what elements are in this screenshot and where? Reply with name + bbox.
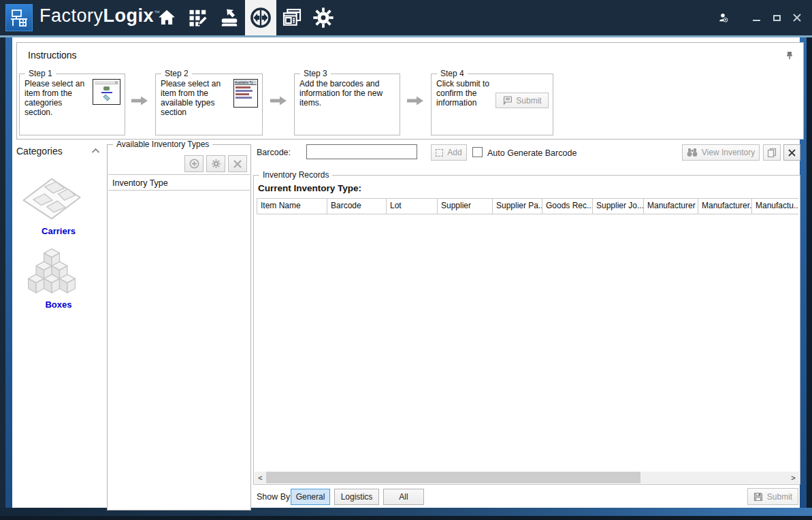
pin-icon[interactable] [785,51,794,60]
delete-type-button[interactable] [228,155,247,172]
step4-text: Click submit to confirm the information [436,79,492,108]
auto-generate-checkbox[interactable] [472,147,483,157]
binoculars-icon [687,148,698,157]
x-mark-icon [787,148,796,157]
scroll-right-arrow[interactable]: > [787,472,799,483]
step4-submit-label: Submit [516,96,541,105]
window-frame-left [0,37,5,508]
logistics-label: Logistics [341,492,373,502]
maximize-icon [773,15,781,21]
app-title-regular: Factory [39,5,103,26]
titlebar-accent-line [0,35,812,37]
available-types-panel: Available Inventory Types [107,144,251,510]
show-by-logistics-button[interactable]: Logistics [334,489,379,505]
categories-collapse-chevron-up-icon[interactable] [91,148,100,154]
main-navigation [151,0,339,35]
inventory-records-panel: Inventory Records Current Inventory Type… [253,175,800,485]
edit-type-button[interactable] [206,155,225,172]
all-label: All [399,492,408,502]
categories-title: Categories [16,146,63,157]
boxes-icon [18,245,86,298]
barcode-label: Barcode: [257,148,291,157]
inventory-type-column-header[interactable]: Inventory Type [108,176,250,191]
copy-button[interactable] [763,144,781,161]
column-header-goods-received[interactable]: Goods Rec... [542,199,593,214]
show-by-label: Show By: [257,492,293,502]
window-frame-bottom [0,516,812,520]
step4-box: Step 4 Click submit to confirm the infor… [431,74,553,135]
reports-icon[interactable] [276,0,308,35]
carriers-label: Carriers [18,226,99,236]
window-frame-left-accent [5,37,12,508]
submit-label: Submit [767,492,792,502]
column-header-supplier[interactable]: Supplier [438,199,493,214]
thumb-box-mini-icon [103,94,110,101]
thumb-category-header [95,81,118,84]
step3-text: Add the barcodes and information for the… [299,79,395,108]
thumb-table-header: Available Ty [235,80,257,85]
view-inventory-label: View Inventory [702,148,756,157]
column-header-manufacturer[interactable]: Manufacturer [644,199,698,214]
auto-generate-label: Auto Generate Barcode [487,148,576,158]
maximize-button[interactable] [771,12,782,23]
records-table-header: Item Name Barcode Lot Supplier Supplier … [257,198,798,214]
delete-x-icon [233,159,242,169]
home-icon[interactable] [151,0,182,35]
production-grid-icon[interactable] [182,0,214,35]
step-arrow-2 [270,95,287,106]
minimize-icon [753,20,760,21]
floppy-disk-icon [753,492,763,502]
step1-label: Step 1 [25,69,56,78]
add-type-button[interactable] [184,155,204,172]
user-logout-icon[interactable] [718,12,729,23]
inventory-records-title: Inventory Records [259,170,332,180]
show-by-all-button[interactable]: All [383,489,424,505]
thumb-carrier-mini-icon [103,86,110,91]
factorylogix-window: FactoryLogix™ [0,0,812,520]
receiving-bin-icon[interactable] [214,0,245,35]
column-header-supplier-job[interactable]: Supplier Jo... [593,199,644,214]
column-header-barcode[interactable]: Barcode [327,199,387,214]
instructions-panel: Instructions [16,42,804,140]
general-label: General [296,492,325,502]
minimize-button[interactable] [751,12,762,23]
window-frame-right [807,37,812,508]
view-inventory-button[interactable]: View Inventory [682,144,760,161]
column-header-supplier-part[interactable]: Supplier Pa... [493,199,542,214]
step1-text: Please select an item from the categorie… [25,79,89,117]
step4-submit-button[interactable]: Submit [496,93,549,108]
transfer-icon[interactable] [245,0,276,35]
scroll-left-arrow[interactable]: < [255,472,266,483]
boxes-label: Boxes [18,299,99,310]
horizontal-scrollbar[interactable]: < > [255,472,799,483]
close-button[interactable] [792,12,802,23]
step2-thumbnail: Available Ty [233,79,258,108]
submit-button[interactable]: Submit [747,488,798,505]
copy-pages-icon [767,148,777,158]
scrollbar-thumb[interactable] [266,472,640,483]
column-header-lot[interactable]: Lot [387,199,438,214]
step3-box: Step 3 Add the barcodes and information … [294,74,400,135]
titlebar: FactoryLogix™ [0,0,812,35]
carriers-icon [18,169,86,225]
thumb-mini-label [101,92,112,93]
category-item-boxes[interactable]: Boxes [18,245,99,310]
step4-label: Step 4 [437,69,468,78]
column-header-manufacturer-3[interactable]: Manufactu... [752,199,798,214]
available-types-title: Available Inventory Types [113,140,212,149]
column-header-item-name[interactable]: Item Name [257,199,327,214]
step-arrow-1 [131,95,148,106]
step-arrow-3 [406,95,424,106]
add-barcode-button[interactable]: Add [431,144,467,161]
gear-small-icon [211,159,221,169]
app-logo-icon [5,4,33,31]
barcode-input[interactable] [306,144,417,159]
settings-gear-icon[interactable] [308,0,339,35]
step3-label: Step 3 [300,69,331,78]
app-title: FactoryLogix™ [39,5,161,27]
show-by-general-button[interactable]: General [291,489,330,505]
column-header-manufacturer-2[interactable]: Manufacturer... [698,199,752,214]
step1-box: Step 1 Please select an item from the ca… [19,74,125,135]
category-item-carriers[interactable]: Carriers [18,169,99,236]
clear-button[interactable] [783,144,800,161]
